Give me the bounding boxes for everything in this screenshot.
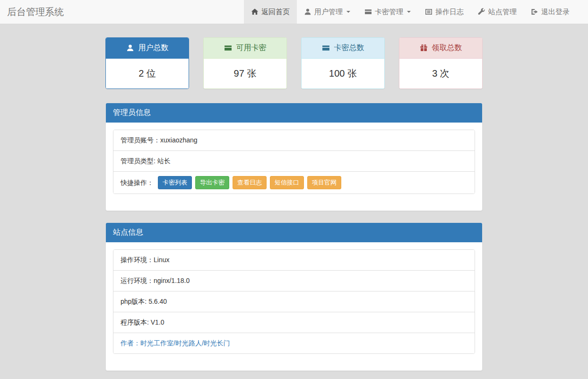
- stat-card-value: 2 位: [106, 59, 189, 88]
- navbar-menu: 返回首页 用户管理 卡密管理 操作日志 站点管理 退出登录: [244, 0, 577, 24]
- sms-api-button[interactable]: 短信接口: [270, 176, 304, 189]
- stat-card-claimed: 领取总数 3 次: [399, 37, 483, 89]
- user-icon: [126, 44, 134, 52]
- app-brand[interactable]: 后台管理系统: [7, 0, 64, 24]
- export-cards-button[interactable]: 导出卡密: [195, 176, 229, 189]
- chevron-down-icon: [346, 11, 350, 13]
- php-version-row: php版本: 5.6.40: [113, 291, 475, 312]
- nav-item-label: 用户管理: [314, 8, 343, 17]
- nav-item-home[interactable]: 返回首页: [244, 0, 297, 24]
- nav-item-site[interactable]: 站点管理: [471, 0, 524, 24]
- gift-icon: [420, 44, 428, 52]
- admin-info-list: 管理员账号：xuxiaozhang 管理员类型: 站长 快捷操作： 卡密列表 导…: [113, 130, 475, 194]
- nav-item-label: 操作日志: [435, 8, 464, 17]
- quick-actions-label: 快捷操作：: [121, 178, 154, 187]
- stat-card-value: 3 次: [399, 59, 482, 88]
- list-alt-icon: [425, 8, 432, 16]
- panel-title: 站点信息: [106, 223, 482, 242]
- credit-card-icon: [322, 44, 330, 52]
- os-row: 操作环境：Linux: [113, 250, 475, 271]
- sign-out-icon: [531, 8, 538, 16]
- author-row: 作者：时光工作室/时光路人/时光长门: [113, 333, 475, 353]
- user-icon: [304, 8, 311, 16]
- nav-item-label: 站点管理: [488, 8, 517, 17]
- nav-item-logout[interactable]: 退出登录: [524, 0, 577, 24]
- home-icon: [251, 8, 259, 16]
- site-info-panel: 站点信息 操作环境：Linux 运行环境：nginx/1.18.0 php版本:…: [105, 222, 483, 371]
- panel-body: 操作环境：Linux 运行环境：nginx/1.18.0 php版本: 5.6.…: [106, 242, 482, 370]
- stat-card-title: 用户总数: [138, 43, 169, 53]
- stat-card-users: 用户总数 2 位: [105, 37, 189, 89]
- stat-card-heading: 可用卡密: [204, 38, 286, 59]
- nav-item-logs[interactable]: 操作日志: [418, 0, 471, 24]
- stats-row: 用户总数 2 位 可用卡密 97 张 卡密总数 100 张 领取总数 3 次: [105, 37, 483, 89]
- panel-title: 管理员信息: [106, 103, 482, 123]
- stat-card-heading: 卡密总数: [302, 38, 384, 59]
- page-content: 用户总数 2 位 可用卡密 97 张 卡密总数 100 张 领取总数 3 次: [105, 37, 483, 371]
- site-info-list: 操作环境：Linux 运行环境：nginx/1.18.0 php版本: 5.6.…: [113, 249, 475, 354]
- wrench-icon: [478, 8, 485, 16]
- stat-card-heading: 用户总数: [106, 38, 189, 59]
- quick-actions-row: 快捷操作： 卡密列表 导出卡密 查看日志 短信接口 项目官网: [113, 172, 475, 194]
- credit-card-icon: [224, 44, 232, 52]
- stat-card-heading: 领取总数: [399, 38, 482, 59]
- nav-item-cards[interactable]: 卡密管理: [357, 0, 418, 24]
- server-row: 运行环境：nginx/1.18.0: [113, 271, 475, 291]
- card-list-button[interactable]: 卡密列表: [158, 176, 192, 189]
- stat-card-title: 卡密总数: [334, 43, 364, 53]
- view-logs-button[interactable]: 查看日志: [233, 176, 267, 189]
- credit-card-icon: [364, 8, 372, 16]
- admin-type-row: 管理员类型: 站长: [113, 151, 475, 172]
- stat-card-available: 可用卡密 97 张: [203, 37, 287, 89]
- chevron-down-icon: [407, 11, 411, 13]
- stat-card-title: 领取总数: [432, 43, 462, 53]
- nav-item-label: 返回首页: [261, 8, 290, 17]
- top-navbar: 后台管理系统 返回首页 用户管理 卡密管理 操作日志 站点管理 退出登录: [0, 0, 588, 24]
- official-site-button[interactable]: 项目官网: [307, 176, 341, 189]
- nav-item-label: 退出登录: [541, 8, 570, 17]
- author-link[interactable]: 作者：时光工作室/时光路人/时光长门: [121, 339, 230, 347]
- app-version-row: 程序版本: V1.0: [113, 312, 475, 333]
- stat-card-total: 卡密总数 100 张: [301, 37, 385, 89]
- admin-info-panel: 管理员信息 管理员账号：xuxiaozhang 管理员类型: 站长 快捷操作： …: [105, 103, 483, 211]
- stat-card-title: 可用卡密: [236, 43, 267, 53]
- panel-body: 管理员账号：xuxiaozhang 管理员类型: 站长 快捷操作： 卡密列表 导…: [106, 123, 482, 211]
- stat-card-value: 97 张: [204, 59, 286, 88]
- admin-account-row: 管理员账号：xuxiaozhang: [113, 130, 475, 151]
- nav-item-users[interactable]: 用户管理: [297, 0, 357, 24]
- nav-item-label: 卡密管理: [375, 8, 403, 17]
- stat-card-value: 100 张: [302, 59, 384, 88]
